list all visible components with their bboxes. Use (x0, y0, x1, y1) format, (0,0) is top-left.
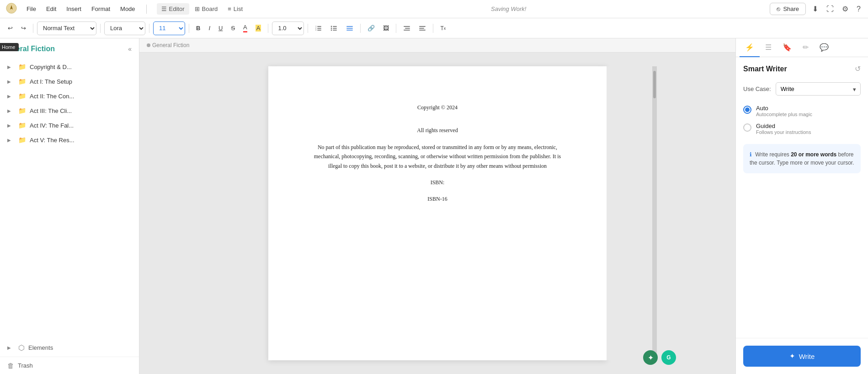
sidebar-item-act2[interactable]: ▶ 📁 Act II: The Con... (0, 89, 139, 103)
separator-7 (360, 24, 361, 33)
sidebar-nav: ▶ 📁 Copyright & D... ▶ 📁 Act I: The Setu… (0, 58, 139, 339)
italic-button[interactable]: I (205, 22, 213, 34)
text-color-button[interactable]: A (240, 21, 250, 35)
elements-icon: ⬡ (18, 343, 25, 352)
clear-format-button[interactable]: Tx (437, 23, 449, 34)
menu-divider (146, 5, 147, 14)
svg-rect-8 (333, 30, 337, 31)
svg-rect-2 (317, 30, 321, 31)
sidebar-header: Home eneral Fiction « (0, 38, 139, 58)
folder-icon: 📁 (18, 136, 26, 144)
sidebar-item-act1[interactable]: ▶ 📁 Act I: The Setup (0, 74, 139, 89)
trash-section[interactable]: 🗑 Trash (0, 357, 139, 374)
write-button[interactable]: ✦ Write (743, 346, 861, 367)
strikethrough-button[interactable]: S (228, 22, 238, 34)
app-logo (5, 2, 17, 16)
highlight-button[interactable]: A (252, 22, 265, 34)
right-panel: ⚡ ☰ 🔖 ✏ 💬 Smart Writer ↺ Use Case: Write… (735, 38, 868, 374)
folder-icon: 📁 (18, 122, 26, 129)
expand-icon: ▶ (7, 138, 15, 143)
guided-radio-title: Guided (756, 123, 811, 129)
nav-label: Copyright & D... (30, 64, 132, 70)
redo-button[interactable]: ↪ (18, 22, 29, 34)
edit-menu[interactable]: Edit (45, 4, 57, 14)
isbn-label: ISBN: (309, 178, 565, 187)
separator-5 (268, 24, 268, 33)
download-button[interactable]: ⬇ (810, 3, 820, 15)
fullscreen-button[interactable]: ⛶ (825, 3, 836, 15)
auto-radio-subtitle: Autocomplete plus magic (756, 112, 812, 117)
guided-radio[interactable]: Guided Follows your instructions (743, 123, 861, 135)
text-style-select[interactable]: Normal Text (37, 21, 96, 35)
sidebar-item-act5[interactable]: ▶ 📁 Act V: The Res... (0, 133, 139, 147)
nav-label: Act II: The Con... (30, 93, 132, 100)
ai-assist-icon[interactable]: ✦ (643, 350, 658, 365)
svg-rect-16 (405, 28, 410, 29)
auto-radio-button[interactable] (743, 106, 751, 114)
expand-icon: ▶ (7, 345, 15, 350)
elements-label: Elements (28, 344, 53, 351)
isbn-value: ISBN-16 (309, 194, 565, 203)
underline-button[interactable]: U (215, 22, 226, 34)
undo-button[interactable]: ↩ (5, 22, 16, 34)
ordered-list-button[interactable]: 123 (312, 22, 325, 34)
grammarly-icon[interactable]: G (661, 350, 676, 365)
mode-menu[interactable]: Mode (119, 4, 136, 14)
trash-label: Trash (18, 362, 33, 369)
expand-icon: ▶ (7, 123, 15, 128)
use-case-select[interactable]: Write Rewrite Summarize Expand (776, 82, 861, 96)
tab-edit[interactable]: ✏ (797, 38, 814, 57)
indent-right-button[interactable] (415, 22, 429, 34)
share-icon: ⎋ (777, 5, 780, 12)
elements-section[interactable]: ▶ ⬡ Elements (0, 339, 139, 357)
board-tab[interactable]: ⊞ Board (190, 3, 223, 15)
link-button[interactable]: 🔗 (364, 22, 378, 34)
copyright-text: Copyright © 2024 (309, 103, 565, 112)
format-menu[interactable]: Format (91, 4, 111, 14)
bold-button[interactable]: B (193, 22, 203, 34)
scrollbar[interactable] (652, 66, 657, 360)
expand-icon: ▶ (7, 108, 15, 113)
font-select[interactable]: Lora (104, 21, 145, 35)
align-button[interactable] (343, 22, 357, 34)
tab-lightning[interactable]: ⚡ (740, 38, 760, 57)
tab-bookmark[interactable]: 🔖 (777, 38, 797, 57)
doc-page[interactable]: Copyright © 2024 All rights reserved No … (268, 66, 607, 360)
guided-radio-subtitle: Follows your instructions (756, 129, 811, 135)
tab-document[interactable]: ☰ (760, 38, 777, 57)
board-icon: ⊞ (195, 5, 200, 12)
expand-icon: ▶ (7, 64, 15, 69)
auto-radio[interactable]: Auto Autocomplete plus magic (743, 105, 861, 117)
nav-label: Act IV: The Fal... (30, 122, 132, 129)
sidebar-item-act3[interactable]: ▶ 📁 Act III: The Cli... (0, 103, 139, 118)
font-size-select[interactable]: 11 (153, 21, 185, 35)
sidebar-item-copyright[interactable]: ▶ 📁 Copyright & D... (0, 59, 139, 74)
unordered-list-button[interactable] (327, 22, 341, 34)
sidebar-item-act4[interactable]: ▶ 📁 Act IV: The Fal... (0, 118, 139, 133)
notice-box: ℹ Write requires 20 or more words before… (743, 144, 861, 173)
insert-menu[interactable]: Insert (65, 4, 82, 14)
guided-radio-button[interactable] (743, 123, 751, 132)
list-tab[interactable]: ≡ List (223, 3, 247, 15)
history-icon[interactable]: ↺ (855, 64, 861, 73)
help-button[interactable]: ? (855, 3, 863, 15)
editor-tab[interactable]: ☰ Editor (157, 3, 189, 15)
smart-writer-title: Smart Writer (743, 65, 787, 73)
nav-label: Act V: The Res... (30, 137, 132, 144)
share-button[interactable]: ⎋ Share (770, 3, 806, 15)
document-scroll[interactable]: Copyright © 2024 All rights reserved No … (139, 53, 735, 374)
separator-6 (308, 24, 308, 33)
auto-radio-title: Auto (756, 105, 812, 112)
right-panel-footer: ✦ Write (736, 338, 868, 374)
collapse-sidebar-button[interactable]: « (128, 45, 132, 53)
indent-left-button[interactable] (400, 22, 414, 34)
line-height-select[interactable]: 1.0 (272, 21, 304, 35)
separator-3 (149, 24, 149, 33)
file-menu[interactable]: File (26, 4, 37, 14)
svg-rect-19 (419, 28, 424, 29)
tab-chat[interactable]: 💬 (814, 38, 834, 57)
settings-button[interactable]: ⚙ (840, 3, 850, 15)
body-text: No part of this publication may be repro… (309, 143, 565, 171)
image-button[interactable]: 🖼 (380, 22, 392, 34)
breadcrumb-text: General Fiction (152, 42, 189, 48)
